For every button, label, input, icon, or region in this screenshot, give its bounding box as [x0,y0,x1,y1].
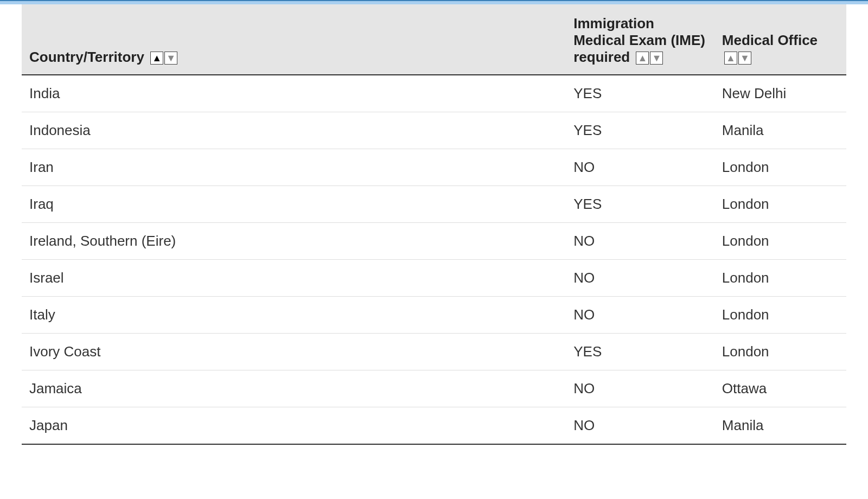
cell-office: Ottawa [714,370,846,407]
table-row: JamaicaNOOttawa [22,370,846,407]
sort-controls-office: ▲ ▼ [724,52,751,65]
sort-desc-office[interactable]: ▼ [738,52,751,65]
header-ime: Immigration Medical Exam (IME) required … [566,4,714,75]
cell-country: Iraq [22,186,566,223]
cell-ime: NO [566,370,714,407]
sort-controls-country: ▲ ▼ [150,52,177,65]
cell-ime: YES [566,75,714,112]
country-table: Country/Territory ▲ ▼ Immigration Medica… [22,4,846,445]
cell-country: Israel [22,260,566,297]
table-row: IranNOLondon [22,149,846,186]
cell-ime: NO [566,223,714,260]
cell-country: Ireland, Southern (Eire) [22,223,566,260]
header-office-label: Medical Office [722,32,818,48]
cell-office: London [714,149,846,186]
header-country-label: Country/Territory [29,49,144,65]
sort-asc-office[interactable]: ▲ [724,52,737,65]
page-wrapper: Country/Territory ▲ ▼ Immigration Medica… [0,0,868,466]
arrow-down-icon: ▼ [166,53,176,63]
cell-office: Manila [714,112,846,149]
table-header: Country/Territory ▲ ▼ Immigration Medica… [22,4,846,75]
cell-office: London [714,297,846,334]
top-highlight-bar [0,0,868,4]
table-row: Ireland, Southern (Eire)NOLondon [22,223,846,260]
arrow-down-icon: ▼ [740,53,750,63]
sort-desc-country[interactable]: ▼ [164,52,177,65]
table-row: IsraelNOLondon [22,260,846,297]
cell-office: London [714,260,846,297]
table-row: IraqYESLondon [22,186,846,223]
cell-ime: NO [566,407,714,445]
arrow-up-icon: ▲ [726,53,736,63]
table-row: ItalyNOLondon [22,297,846,334]
cell-office: New Delhi [714,75,846,112]
header-country: Country/Territory ▲ ▼ [22,4,566,75]
cell-country: Ivory Coast [22,334,566,370]
arrow-up-icon: ▲ [152,53,162,63]
table-row: JapanNOManila [22,407,846,445]
cell-office: London [714,186,846,223]
arrow-up-icon: ▲ [638,53,648,63]
table-row: IndonesiaYESManila [22,112,846,149]
cell-office: London [714,223,846,260]
table-body: IndiaYESNew DelhiIndonesiaYESManilaIranN… [22,75,846,444]
table-row: Ivory CoastYESLondon [22,334,846,370]
header-office: Medical Office ▲ ▼ [714,4,846,75]
cell-ime: NO [566,260,714,297]
cell-country: Indonesia [22,112,566,149]
cell-ime: NO [566,149,714,186]
sort-asc-ime[interactable]: ▲ [636,52,649,65]
cell-country: India [22,75,566,112]
cell-ime: YES [566,334,714,370]
sort-controls-ime: ▲ ▼ [636,52,663,65]
cell-country: Iran [22,149,566,186]
cell-country: Italy [22,297,566,334]
cell-ime: YES [566,112,714,149]
cell-ime: NO [566,297,714,334]
cell-ime: YES [566,186,714,223]
table-row: IndiaYESNew Delhi [22,75,846,112]
arrow-down-icon: ▼ [652,53,662,63]
sort-desc-ime[interactable]: ▼ [650,52,663,65]
cell-country: Jamaica [22,370,566,407]
cell-office: Manila [714,407,846,445]
cell-office: London [714,334,846,370]
sort-asc-country[interactable]: ▲ [150,52,163,65]
cell-country: Japan [22,407,566,445]
